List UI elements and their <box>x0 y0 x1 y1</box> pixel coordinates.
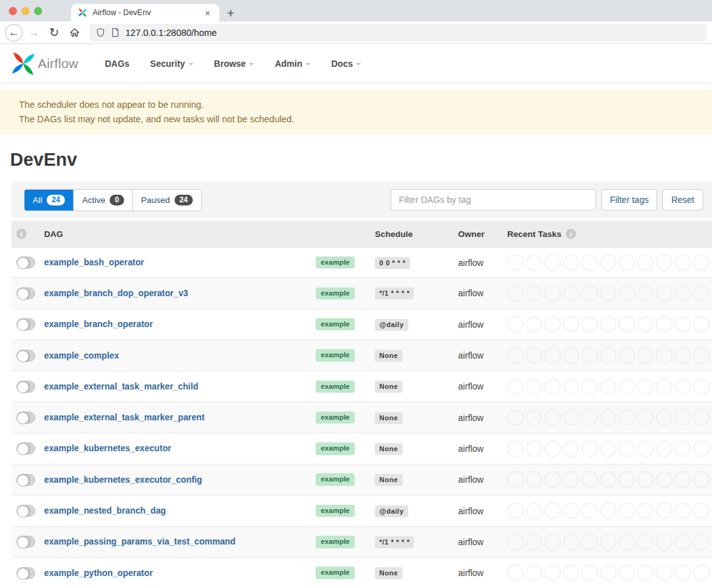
dag-pause-toggle[interactable] <box>16 505 35 517</box>
recent-task-circle[interactable] <box>544 534 561 550</box>
dag-pause-toggle[interactable] <box>16 536 35 548</box>
dag-link[interactable]: example_external_task_marker_child <box>44 382 198 391</box>
header-schedule[interactable]: Schedule <box>375 229 413 239</box>
schedule-badge[interactable]: None <box>375 567 403 579</box>
nav-item-docs[interactable]: Docs <box>331 59 361 69</box>
recent-task-circle[interactable] <box>526 255 543 271</box>
dag-pause-toggle[interactable] <box>16 318 35 330</box>
recent-task-circle[interactable] <box>675 347 691 364</box>
recent-task-circle[interactable] <box>507 503 524 519</box>
recent-task-circle[interactable] <box>600 534 617 550</box>
recent-task-circle[interactable] <box>582 565 598 581</box>
recent-task-circle[interactable] <box>507 255 524 271</box>
recent-task-circle[interactable] <box>619 534 635 550</box>
dag-link[interactable]: example_passing_params_via_test_command <box>44 537 236 546</box>
dag-pause-toggle[interactable] <box>16 350 35 362</box>
tag-filter-input[interactable] <box>391 189 596 210</box>
dag-tag-badge[interactable]: example <box>316 567 355 579</box>
recent-task-circle[interactable] <box>656 410 672 426</box>
recent-task-circle[interactable] <box>526 441 543 457</box>
schedule-badge[interactable]: 0 0 * * * <box>375 257 410 269</box>
recent-task-circle[interactable] <box>619 347 635 364</box>
recent-task-circle[interactable] <box>675 534 691 550</box>
schedule-badge[interactable]: None <box>375 474 403 486</box>
recent-task-circle[interactable] <box>638 534 654 550</box>
recent-task-circle[interactable] <box>693 441 709 457</box>
recent-task-circle[interactable] <box>563 285 580 302</box>
recent-task-circle[interactable] <box>693 379 709 395</box>
reset-button[interactable]: Reset <box>662 189 703 210</box>
recent-task-circle[interactable] <box>544 379 561 395</box>
recent-task-circle[interactable] <box>693 285 709 302</box>
recent-task-circle[interactable] <box>656 503 672 519</box>
shield-icon[interactable] <box>96 28 105 37</box>
recent-task-circle[interactable] <box>600 285 617 302</box>
recent-task-circle[interactable] <box>675 316 691 333</box>
recent-task-circle[interactable] <box>638 410 654 426</box>
dag-pause-toggle[interactable] <box>16 412 35 424</box>
recent-task-circle[interactable] <box>693 347 709 364</box>
recent-task-circle[interactable] <box>693 503 709 519</box>
recent-task-circle[interactable] <box>544 347 561 364</box>
recent-task-circle[interactable] <box>526 565 543 581</box>
recent-task-circle[interactable] <box>544 471 561 488</box>
recent-task-circle[interactable] <box>638 316 654 333</box>
recent-task-circle[interactable] <box>619 441 635 457</box>
dag-link[interactable]: example_nested_branch_dag <box>44 506 166 516</box>
nav-item-browse[interactable]: Browse <box>214 59 255 69</box>
page-icon[interactable] <box>111 28 120 37</box>
schedule-badge[interactable]: None <box>375 443 403 455</box>
dag-link[interactable]: example_kubernetes_executor <box>44 444 171 453</box>
close-window-button[interactable] <box>9 7 17 15</box>
recent-task-circle[interactable] <box>544 441 561 457</box>
filter-tab-active[interactable]: Active 0 <box>74 190 132 210</box>
recent-task-circle[interactable] <box>675 255 691 271</box>
dag-tag-badge[interactable]: example <box>316 442 355 455</box>
recent-task-circle[interactable] <box>563 347 580 364</box>
recent-task-circle[interactable] <box>526 347 543 364</box>
recent-task-circle[interactable] <box>526 285 543 302</box>
recent-task-circle[interactable] <box>544 565 561 581</box>
recent-task-circle[interactable] <box>619 316 635 333</box>
recent-task-circle[interactable] <box>600 347 617 364</box>
recent-task-circle[interactable] <box>693 410 709 426</box>
recent-task-circle[interactable] <box>675 441 691 457</box>
recent-task-circle[interactable] <box>507 285 524 302</box>
recent-task-circle[interactable] <box>638 471 654 488</box>
recent-task-circle[interactable] <box>638 255 654 271</box>
nav-item-security[interactable]: Security <box>150 59 193 69</box>
recent-task-circle[interactable] <box>619 471 635 488</box>
zoom-window-button[interactable] <box>34 7 42 15</box>
recent-task-circle[interactable] <box>656 441 672 457</box>
back-button[interactable]: ← <box>5 24 23 42</box>
recent-task-circle[interactable] <box>619 285 635 302</box>
header-dag[interactable]: DAG <box>44 229 63 239</box>
address-bar[interactable]: 127.0.0.1:28080/home <box>89 24 707 42</box>
recent-task-circle[interactable] <box>675 285 691 302</box>
dag-tag-badge[interactable]: example <box>316 505 355 517</box>
recent-task-circle[interactable] <box>507 441 524 457</box>
recent-task-circle[interactable] <box>693 471 709 488</box>
recent-task-circle[interactable] <box>526 410 543 426</box>
recent-task-circle[interactable] <box>582 285 598 302</box>
url-text[interactable]: 127.0.0.1:28080/home <box>125 28 217 38</box>
dag-link[interactable]: example_kubernetes_executor_config <box>44 475 202 485</box>
recent-task-circle[interactable] <box>619 503 635 519</box>
schedule-badge[interactable]: @daily <box>375 319 408 331</box>
dag-tag-badge[interactable]: example <box>316 536 355 548</box>
recent-task-circle[interactable] <box>656 347 672 364</box>
recent-task-circle[interactable] <box>693 255 709 271</box>
recent-task-circle[interactable] <box>600 316 617 333</box>
dag-pause-toggle[interactable] <box>16 257 35 268</box>
recent-task-circle[interactable] <box>638 285 654 302</box>
recent-task-circle[interactable] <box>656 534 672 550</box>
recent-task-circle[interactable] <box>544 410 561 426</box>
recent-task-circle[interactable] <box>507 410 524 426</box>
recent-task-circle[interactable] <box>526 379 543 395</box>
recent-task-circle[interactable] <box>619 565 635 581</box>
recent-task-circle[interactable] <box>600 441 617 457</box>
recent-task-circle[interactable] <box>526 534 543 550</box>
dag-link[interactable]: example_branch_dop_operator_v3 <box>44 289 188 298</box>
recent-task-circle[interactable] <box>619 410 635 426</box>
recent-task-circle[interactable] <box>675 379 691 395</box>
